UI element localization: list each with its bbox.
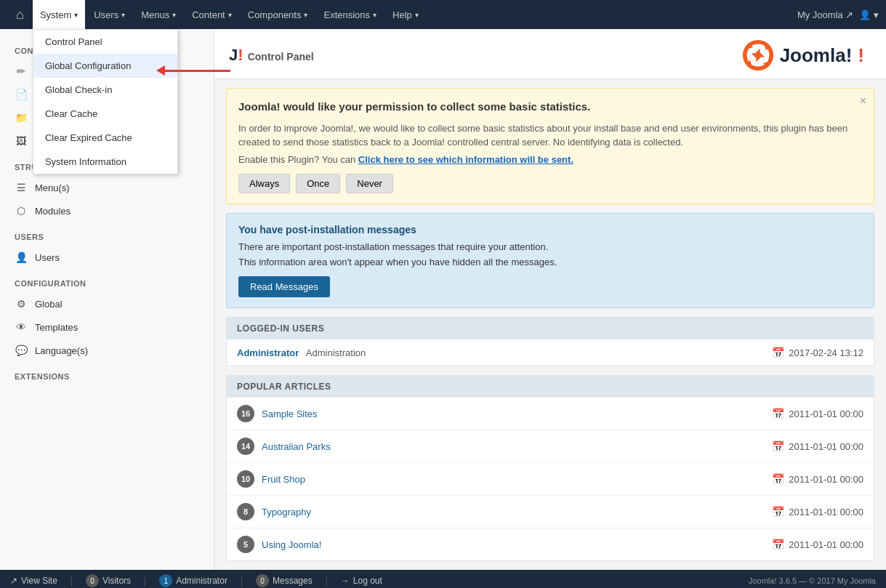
sidebar-item-global[interactable]: ⚙ Global — [0, 292, 214, 315]
view-site-icon: ↗ — [10, 576, 17, 586]
sidebar-item-menus[interactable]: ☰ Menu(s) — [0, 176, 214, 199]
post-install-title: You have post-installation messages — [238, 224, 862, 235]
once-button[interactable]: Once — [296, 174, 340, 193]
main-content: J! Control Panel Joomla!! × Joomla! woul… — [214, 29, 886, 570]
top-navigation: ⌂ System ▾ Control Panel Global Configur… — [0, 0, 886, 29]
sidebar-section-extensions: EXTENSIONS — [0, 362, 214, 385]
user-date: 📅 2017-02-24 13:12 — [772, 347, 863, 358]
joomla-logo-icon — [742, 39, 774, 71]
chevron-down-icon: ▾ — [373, 11, 376, 19]
sidebar-item-label: Modules — [35, 206, 71, 217]
user-avatar[interactable]: 👤 ▾ — [859, 9, 879, 20]
article-date: 📅 2011-01-01 00:00 — [772, 408, 863, 419]
home-button[interactable]: ⌂ — [7, 0, 33, 29]
logged-in-users-card: LOGGED-IN USERS Administrator Administra… — [226, 317, 874, 366]
bottombar-version: Joomla! 3.6.5 — © 2017 My Joomla — [749, 576, 876, 585]
help-menu-item[interactable]: Help ▾ — [385, 0, 426, 29]
messages-count-item[interactable]: 0 Messages — [256, 574, 313, 587]
dropdown-item-clear-expired-cache[interactable]: Clear Expired Cache — [33, 126, 177, 150]
view-site-link[interactable]: ↗ View Site — [10, 576, 57, 586]
components-menu-item[interactable]: Components ▾ — [241, 0, 315, 29]
table-row: 14 Australian Parks 📅 2011-01-01 00:00 — [227, 430, 874, 463]
article-date: 📅 2011-01-01 00:00 — [772, 506, 863, 517]
table-row: 10 Fruit Shop 📅 2011-01-01 00:00 — [227, 463, 874, 496]
dropdown-item-global-checkin[interactable]: Global Check-in — [33, 78, 177, 102]
content-menu-item[interactable]: Content ▾ — [185, 0, 239, 29]
sidebar-item-label: Users — [35, 252, 60, 263]
article-title-link[interactable]: Fruit Shop — [262, 474, 305, 485]
logout-icon: → — [341, 576, 350, 586]
chevron-down-icon: ▾ — [304, 11, 307, 19]
admin-count-item[interactable]: 1 Administrator — [159, 574, 227, 587]
calendar-icon: 📅 — [772, 539, 784, 550]
joomla-text: Joomla! — [780, 44, 853, 67]
table-row: 16 Sample Sites 📅 2011-01-01 00:00 — [227, 398, 874, 430]
user-name-link[interactable]: Administrator — [237, 347, 299, 358]
top-menu: System ▾ Control Panel Global Configurat… — [33, 0, 797, 29]
visitors-badge: 0 — [86, 574, 99, 587]
sidebar-item-label: Menu(s) — [35, 182, 70, 193]
chevron-down-icon: ▾ — [228, 11, 232, 19]
close-banner-button[interactable]: × — [860, 94, 866, 108]
messages-badge: 0 — [256, 574, 269, 587]
language-icon: 💬 — [15, 345, 28, 356]
sidebar-section-configuration: CONFIGURATION — [0, 269, 214, 292]
logged-in-users-body: Administrator Administration 📅 2017-02-2… — [227, 339, 874, 366]
red-arrow-annotation — [156, 65, 230, 76]
article-title-link[interactable]: Using Joomla! — [262, 539, 321, 550]
my-joomla-link[interactable]: My Joomla ↗ — [797, 9, 853, 20]
users-menu-item[interactable]: Users ▾ — [86, 0, 132, 29]
extensions-menu-item[interactable]: Extensions ▾ — [316, 0, 384, 29]
post-install-text2: This information area won't appear when … — [238, 257, 862, 267]
article-title-link[interactable]: Typography — [262, 507, 311, 517]
table-row: 8 Typography 📅 2011-01-01 00:00 — [227, 496, 874, 528]
article-date: 📅 2011-01-01 00:00 — [772, 473, 863, 485]
users-icon: 👤 — [15, 251, 28, 263]
article-count-badge: 10 — [237, 470, 254, 488]
popular-articles-card: POPULAR ARTICLES 16 Sample Sites 📅 2011-… — [226, 375, 874, 561]
read-messages-button[interactable]: Read Messages — [238, 276, 330, 297]
dropdown-item-clear-cache[interactable]: Clear Cache — [33, 102, 177, 126]
article-title-link[interactable]: Sample Sites — [262, 408, 318, 419]
dropdown-item-control-panel[interactable]: Control Panel — [33, 30, 177, 54]
chevron-down-icon: ▾ — [121, 11, 125, 19]
popular-articles-body: 16 Sample Sites 📅 2011-01-01 00:00 14 Au… — [227, 398, 874, 560]
always-button[interactable]: Always — [238, 174, 290, 193]
dropdown-item-system-information[interactable]: System Information — [33, 150, 177, 174]
table-row: Administrator Administration 📅 2017-02-2… — [227, 339, 874, 366]
stats-banner-buttons: Always Once Never — [238, 174, 862, 193]
logout-link[interactable]: → Log out — [341, 576, 382, 586]
chevron-down-icon: ▾ — [415, 11, 419, 19]
system-menu-item[interactable]: System ▾ — [33, 0, 85, 29]
bottom-bar: ↗ View Site | 0 Visitors | 1 Administrat… — [0, 570, 886, 588]
article-count-badge: 8 — [237, 503, 254, 520]
chevron-down-icon: ▾ — [74, 11, 78, 19]
modules-icon: ⬡ — [15, 205, 28, 217]
topnav-right: My Joomla ↗ 👤 ▾ — [797, 9, 879, 20]
menus-menu-item[interactable]: Menus ▾ — [134, 0, 183, 29]
sidebar-item-templates[interactable]: 👁 Templates — [0, 315, 214, 339]
sidebar-item-languages[interactable]: 💬 Language(s) — [0, 339, 214, 362]
admin-badge: 1 — [159, 574, 172, 587]
stats-banner-title: Joomla! would like your permission to co… — [238, 99, 862, 116]
menus-icon: ☰ — [15, 182, 28, 193]
post-install-messages-card: You have post-installation messages Ther… — [226, 213, 874, 308]
sidebar-item-label: Templates — [35, 322, 78, 333]
visitors-count-item[interactable]: 0 Visitors — [86, 574, 131, 587]
calendar-icon: 📅 — [772, 473, 784, 485]
sidebar-item-users[interactable]: 👤 Users — [0, 246, 214, 269]
arrow-head-icon — [156, 65, 165, 76]
article-title-link[interactable]: Australian Parks — [262, 441, 331, 452]
system-dropdown: Control Panel Global Configuration Globa… — [33, 29, 178, 174]
arrow-line — [165, 70, 230, 72]
edit-icon: ✏ — [15, 65, 28, 77]
article-date: 📅 2011-01-01 00:00 — [772, 539, 863, 550]
user-info: Administrator Administration — [237, 347, 366, 358]
sidebar-item-modules[interactable]: ⬡ Modules — [0, 199, 214, 222]
global-icon: ⚙ — [15, 298, 28, 310]
never-button[interactable]: Never — [346, 174, 393, 193]
calendar-icon: 📅 — [772, 506, 784, 517]
article-count-badge: 16 — [237, 405, 254, 422]
stats-info-link[interactable]: Click here to see which information will… — [358, 154, 573, 165]
calendar-icon: 📅 — [772, 440, 784, 452]
